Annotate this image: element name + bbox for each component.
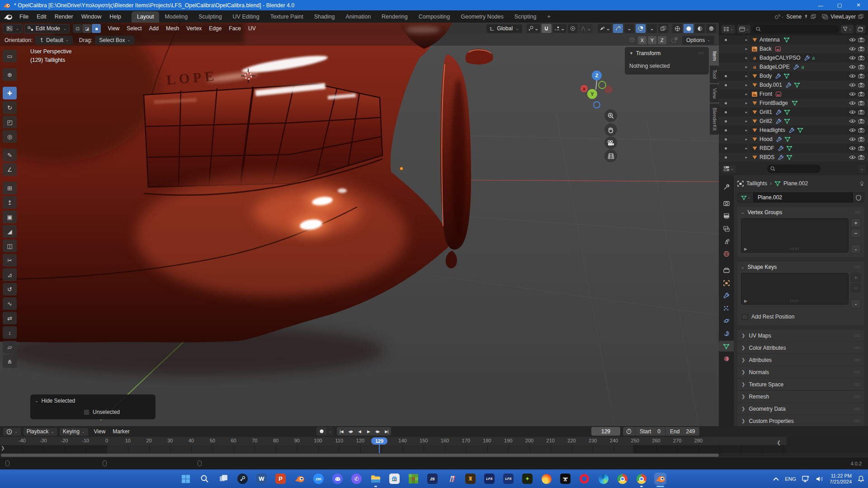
taskbar-start-icon[interactable] xyxy=(180,473,191,484)
timeline-menu-marker[interactable]: Marker xyxy=(109,427,133,436)
panel-texture-space[interactable]: ❯Texture Space∷∷ xyxy=(737,379,864,390)
viewport-menu-edge[interactable]: Edge xyxy=(205,24,225,33)
menu-window[interactable]: Window xyxy=(77,12,105,22)
timeline-menu-keying[interactable]: Keying⌄ xyxy=(59,427,88,436)
channel-expand-arrow[interactable]: ❯ xyxy=(1,446,5,450)
object-name[interactable]: Grill1 xyxy=(760,109,772,115)
panel-attributes[interactable]: ❯Attributes∷∷ xyxy=(737,354,864,366)
expand-arrow-icon[interactable]: ▸ xyxy=(743,146,750,150)
mirror-axis-x-button[interactable]: X xyxy=(638,36,646,44)
shading-solid-button[interactable] xyxy=(684,24,693,33)
hide-in-viewport-toggle[interactable] xyxy=(848,110,857,114)
workspace-tab-uv-editing[interactable]: UV Editing xyxy=(227,11,265,23)
hide-in-viewport-toggle[interactable] xyxy=(848,56,857,60)
hide-in-viewport-toggle[interactable] xyxy=(848,137,857,141)
shading-rendered-button[interactable] xyxy=(706,24,716,33)
disable-in-render-toggle[interactable] xyxy=(857,100,866,106)
menu-help[interactable]: Help xyxy=(105,12,125,22)
transform-orientation-dropdown[interactable]: Global⌄ xyxy=(486,24,522,33)
object-name[interactable]: Body xyxy=(760,73,772,79)
disable-in-render-toggle[interactable] xyxy=(857,118,866,124)
menu-render[interactable]: Render xyxy=(51,12,77,22)
use-preview-range-icon[interactable] xyxy=(623,428,635,434)
panel-grip[interactable]: ∷∷ xyxy=(854,419,860,423)
outliner-row-grill1[interactable]: ▸ Grill1 xyxy=(719,108,868,117)
tool-extrude-region[interactable]: ↥ xyxy=(3,196,17,209)
disable-in-render-toggle[interactable] xyxy=(857,145,866,151)
timeline-tracks[interactable] xyxy=(0,445,787,453)
expand-arrow-icon[interactable]: ▸ xyxy=(743,155,750,160)
new-collection-button[interactable] xyxy=(856,25,865,33)
xray-toggle[interactable] xyxy=(658,24,668,33)
object-name[interactable]: BadgeCALYPSO xyxy=(760,55,801,61)
hide-in-viewport-toggle[interactable] xyxy=(848,38,857,42)
disable-in-render-toggle[interactable] xyxy=(857,155,866,160)
collapse-icon[interactable]: ⌄ xyxy=(741,265,745,269)
expand-arrow-icon[interactable]: ▸ xyxy=(743,119,750,123)
current-frame-field[interactable]: 129 xyxy=(591,427,620,436)
proportional-falloff-dropdown[interactable]: ⌄ xyxy=(579,24,593,33)
auto-keying-toggle[interactable] xyxy=(316,427,326,436)
properties-tab-output[interactable] xyxy=(719,211,734,221)
sidebar-tab-blenderkit[interactable]: BlenderKit xyxy=(710,103,719,135)
shading-wireframe-button[interactable] xyxy=(672,24,682,33)
editor-type-button[interactable]: ⌄ xyxy=(3,24,23,33)
expand-arrow-icon[interactable]: ▸ xyxy=(743,65,750,69)
properties-tab-world[interactable] xyxy=(719,249,734,259)
taskbar-explorer-icon[interactable] xyxy=(370,473,381,484)
disable-in-render-toggle[interactable] xyxy=(857,37,866,42)
properties-tab-object-data[interactable] xyxy=(719,341,734,352)
expand-arrow-icon[interactable]: ▸ xyxy=(743,92,750,96)
disable-in-render-toggle[interactable] xyxy=(857,127,866,133)
outliner-editor-type-button[interactable]: ⌄ xyxy=(722,25,735,33)
outliner-row-body[interactable]: ▸ Body xyxy=(719,71,868,80)
chevron-down-icon[interactable]: ⌄ xyxy=(35,399,38,403)
expand-arrow-icon[interactable]: ▸ xyxy=(743,47,750,51)
overlays-dropdown[interactable]: ⌄ xyxy=(647,24,657,33)
viewport-menu-add[interactable]: Add xyxy=(146,24,162,33)
outliner-row-antenna[interactable]: ▸ Antenna xyxy=(719,35,868,44)
tool-move[interactable]: ✚ xyxy=(3,87,17,99)
outliner-row-grill2[interactable]: ▸ Grill2 xyxy=(719,117,868,126)
outliner-row-front[interactable]: ▸ Front xyxy=(719,89,868,99)
properties-tab-render[interactable] xyxy=(719,198,734,209)
shape-key-specials-menu[interactable]: ⌄ xyxy=(851,299,861,308)
outliner-search-input[interactable] xyxy=(753,25,839,33)
shape-keys-title[interactable]: Shape Keys xyxy=(748,264,777,270)
object-name[interactable]: Grill2 xyxy=(760,118,772,124)
viewport-menu-select[interactable]: Select xyxy=(123,24,145,33)
sidebar-tab-item[interactable]: Item xyxy=(710,47,719,65)
minimize-button[interactable]: — xyxy=(811,0,830,10)
properties-options-dropdown[interactable]: ⌄ xyxy=(859,164,865,173)
properties-tab-constraints[interactable] xyxy=(719,328,734,339)
hide-in-viewport-toggle[interactable] xyxy=(848,155,857,160)
outliner-row-badgecalypso[interactable]: ▸ a BadgeCALYPSO a xyxy=(719,53,868,62)
timeline-ruler[interactable]: -40-30-20-100102030405060708090100110120… xyxy=(0,437,787,445)
zoom-view-button[interactable] xyxy=(604,109,617,122)
expand-arrow-icon[interactable]: ▸ xyxy=(743,38,750,42)
vertex-groups-title[interactable]: Vertex Groups xyxy=(748,209,783,216)
jump-to-start-button[interactable]: |◀ xyxy=(337,427,346,436)
properties-search-input[interactable] xyxy=(767,164,821,173)
mirror-axis-z-button[interactable]: Z xyxy=(658,36,666,44)
hide-in-viewport-toggle[interactable] xyxy=(848,101,857,105)
object-name[interactable]: RBDF xyxy=(760,145,774,151)
menu-file[interactable]: File xyxy=(15,12,33,22)
tool-cursor[interactable]: ⊕ xyxy=(3,68,17,81)
disable-in-render-toggle[interactable] xyxy=(857,82,866,88)
panel-grip[interactable]: ∷∷ xyxy=(698,51,704,56)
pivot-point-dropdown[interactable]: ⌄ xyxy=(527,24,540,33)
tool-annotate[interactable]: ✎ xyxy=(3,149,17,161)
workspace-tab-shading[interactable]: Shading xyxy=(309,11,340,23)
unselected-checkbox[interactable] xyxy=(84,409,90,415)
tool-measure[interactable]: ∠ xyxy=(3,163,17,176)
tool-add-cube[interactable]: ⊞ xyxy=(3,182,17,194)
viewport-menu-face[interactable]: Face xyxy=(225,24,245,33)
panel-title[interactable]: Transform xyxy=(636,50,660,56)
viewport-menu-uv[interactable]: UV xyxy=(245,24,259,33)
workspace-tab-sculpting[interactable]: Sculpting xyxy=(193,11,227,23)
workspace-tab-geometry-nodes[interactable]: Geometry Nodes xyxy=(455,11,509,23)
taskbar-discord-icon[interactable] xyxy=(332,473,343,484)
snap-magnet-icon[interactable] xyxy=(542,24,552,33)
mesh-data-dropdown[interactable]: ⌄ xyxy=(737,192,754,202)
